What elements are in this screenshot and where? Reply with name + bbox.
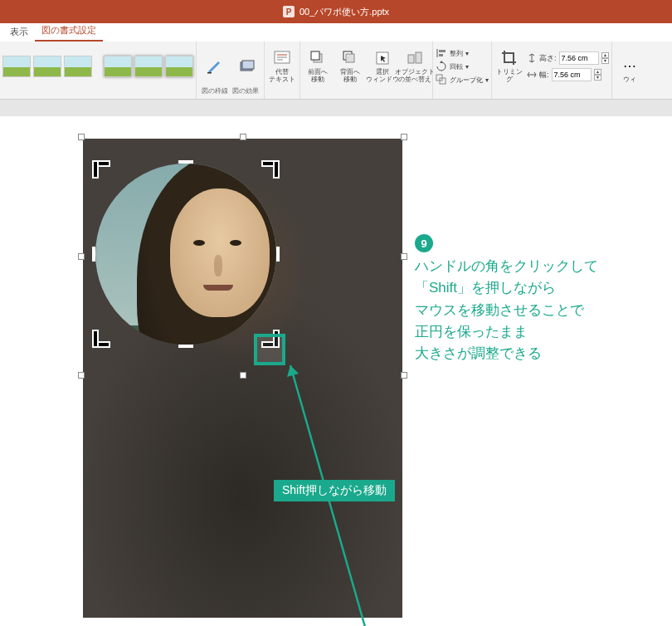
picture-effects-button[interactable] <box>231 56 261 75</box>
crop-selection <box>95 164 276 345</box>
rotate-icon <box>436 61 447 72</box>
slide-canvas[interactable]: 9 ハンドルの角をクリックして 「Shift」を押しながら マウスを移動させるこ… <box>0 100 672 626</box>
send-backward-icon <box>342 50 358 66</box>
width-input[interactable] <box>552 68 592 81</box>
crop-handle-tr[interactable] <box>265 160 280 175</box>
send-backward-button[interactable]: 背面へ 移動 <box>335 49 365 84</box>
annotation-highlight-box <box>254 334 285 365</box>
svg-rect-14 <box>408 55 414 63</box>
svg-rect-2 <box>207 72 212 74</box>
style-thumb-2[interactable] <box>33 56 61 77</box>
step-number-badge: 9 <box>415 234 433 252</box>
rotate-button[interactable]: 回転 ▾ <box>436 61 469 72</box>
crop-handle-l[interactable] <box>92 247 95 262</box>
powerpoint-icon: P <box>283 6 295 17</box>
tab-bar: 表示 図の書式設定 <box>0 23 672 42</box>
step-instruction-text: ハンドルの角をクリックして 「Shift」を押しながら マウスを移動させることで… <box>415 256 598 365</box>
selection-pane-icon <box>374 50 391 66</box>
ribbon-group-arrange: 前面へ 移動 背面へ 移動 選択 ウィンドウ オブジェクト の並べ替え <box>300 42 433 99</box>
crop-icon <box>500 49 519 67</box>
width-field: 幅: ▴▾ <box>527 68 609 81</box>
style-thumb-1[interactable] <box>2 56 31 77</box>
style-thumb-6[interactable] <box>165 56 193 77</box>
align-icon <box>436 47 447 59</box>
width-icon <box>527 70 537 80</box>
bring-forward-button[interactable]: 前面へ 移動 <box>303 49 333 84</box>
height-icon <box>527 53 537 63</box>
hint-label: Shift押しながら移動 <box>274 480 395 501</box>
crop-handle-b[interactable] <box>178 345 193 348</box>
tab-picture-format[interactable]: 図の書式設定 <box>35 21 103 42</box>
group-icon <box>436 74 447 86</box>
tab-view[interactable]: 表示 <box>3 22 35 42</box>
bring-forward-icon <box>309 50 326 66</box>
svg-rect-17 <box>439 50 446 52</box>
width-spinner[interactable]: ▴▾ <box>594 69 601 81</box>
crop-handle-tl[interactable] <box>92 160 107 175</box>
arrange-icon <box>407 50 423 66</box>
align-button[interactable]: 整列 ▾ <box>436 47 469 59</box>
svg-rect-18 <box>439 54 443 56</box>
arrange-button[interactable]: オブジェクト の並べ替え <box>400 49 430 84</box>
style-thumb-3[interactable] <box>64 56 92 77</box>
ribbon: 図の枠線 図の効果 代替 テキスト 前面へ 移動 背面へ 移動 選択 ウィンドウ <box>0 42 672 100</box>
ribbon-group-picture-styles <box>0 42 197 99</box>
ribbon-group-alt-text: 代替 テキスト <box>265 42 300 99</box>
ribbon-group-border-effects: 図の枠線 図の効果 <box>197 42 265 99</box>
selection-pane-button[interactable]: 選択 ウィンドウ <box>368 49 397 84</box>
ribbon-group-align: 整列 ▾ 回転 ▾ グループ化 ▾ <box>433 42 492 99</box>
pencil-icon <box>206 57 222 74</box>
effects-icon <box>238 57 255 74</box>
svg-rect-10 <box>311 51 319 60</box>
style-thumb-4[interactable] <box>104 56 132 77</box>
height-field: 高さ: ▴▾ <box>527 51 609 65</box>
window-title: 00_パワポ使い方.pptx <box>299 6 389 18</box>
svg-text:P: P <box>286 7 292 17</box>
crop-handle-bl[interactable] <box>92 333 107 348</box>
overflow-button[interactable]: ⋯ウィ <box>615 56 645 84</box>
crop-button[interactable]: トリミング <box>494 49 524 84</box>
picture-border-button[interactable] <box>199 56 229 75</box>
svg-rect-15 <box>416 52 421 63</box>
height-spinner[interactable]: ▴▾ <box>601 52 609 64</box>
group-button[interactable]: グループ化 ▾ <box>436 74 489 86</box>
slide[interactable]: 9 ハンドルの角をクリックして 「Shift」を押しながら マウスを移動させるこ… <box>0 116 672 626</box>
alt-text-icon <box>273 49 291 67</box>
ribbon-group-size: トリミング 高さ: ▴▾ 幅: ▴▾ <box>492 42 612 99</box>
title-bar: P 00_パワポ使い方.pptx <box>0 0 672 23</box>
svg-rect-12 <box>346 54 354 62</box>
ribbon-group-overflow: ⋯ウィ <box>612 42 647 99</box>
height-input[interactable] <box>559 51 599 65</box>
alt-text-button[interactable]: 代替 テキスト <box>267 49 297 84</box>
style-thumb-5[interactable] <box>134 56 163 77</box>
svg-rect-4 <box>242 61 254 69</box>
crop-handle-r[interactable] <box>276 247 280 262</box>
crop-handle-t[interactable] <box>178 160 193 164</box>
